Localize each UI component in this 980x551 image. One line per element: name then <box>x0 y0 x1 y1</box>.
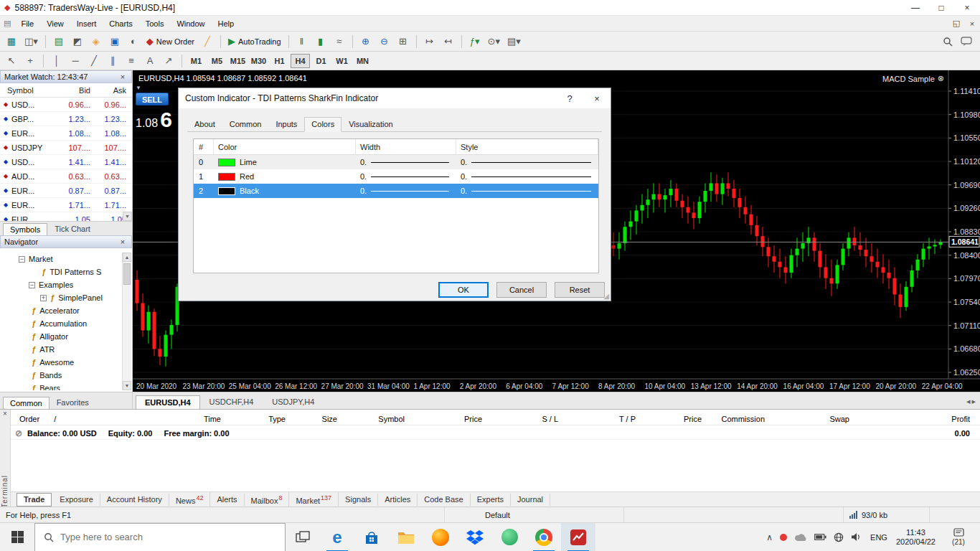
crosshair-button[interactable]: + <box>22 53 39 69</box>
volume-icon[interactable] <box>851 532 862 542</box>
sell-button[interactable]: SELL <box>136 93 169 105</box>
terminal-close-icon[interactable]: × <box>0 410 10 420</box>
taskbar-chrome[interactable] <box>527 523 561 551</box>
taskbar-file-explorer[interactable] <box>389 523 423 551</box>
tree-item-bears[interactable]: ƒBears <box>0 382 132 390</box>
reset-button[interactable]: Reset <box>555 282 605 298</box>
dialog-tab-about[interactable]: About <box>187 117 222 132</box>
tab-account-history[interactable]: Account History <box>100 494 169 506</box>
resize-grip[interactable]: ◢ <box>603 292 609 300</box>
tab-news[interactable]: News42 <box>169 492 211 507</box>
taskbar-store[interactable] <box>354 523 389 551</box>
dialog-title-bar[interactable]: Custom Indicator - TDI Patterns SharkFin… <box>179 88 611 108</box>
menu-tools[interactable]: Tools <box>139 17 171 30</box>
ok-button[interactable]: OK <box>438 282 489 298</box>
color-row-black-selected[interactable]: 2 Black 0. 0. <box>194 184 598 198</box>
minimize-button[interactable]: — <box>903 0 928 15</box>
line-chart-button[interactable]: ≈ <box>331 34 348 50</box>
terminal-toggle[interactable]: ▣ <box>106 34 123 50</box>
timeframe-w1[interactable]: W1 <box>332 54 352 68</box>
symbol-row[interactable]: ◆EUR...1.051.05 <box>0 212 132 221</box>
tray-cloud-icon[interactable] <box>794 533 807 542</box>
dialog-close-button[interactable]: × <box>583 88 611 108</box>
new-order-button[interactable]: ◆New Order <box>143 34 197 50</box>
column-sl[interactable]: S / L <box>489 415 565 423</box>
symbol-row[interactable]: ◆AUD...0.63...0.63... <box>0 169 132 184</box>
menu-window[interactable]: Window <box>170 17 211 30</box>
zoom-in-button[interactable]: ⊕ <box>357 34 374 50</box>
tab-experts[interactable]: Experts <box>471 494 511 506</box>
status-profile[interactable]: Default <box>445 507 624 522</box>
timeframe-m30[interactable]: M30 <box>249 54 268 68</box>
metaeditor-button[interactable]: ╱ <box>199 34 216 50</box>
candlestick-chart-button[interactable]: ▮ <box>312 34 329 50</box>
tab-journal[interactable]: Journal <box>511 494 550 506</box>
tree-item-tdi-patterns[interactable]: ƒTDI Patterns S <box>0 265 132 278</box>
child-restore-button[interactable]: ◱ <box>948 19 964 28</box>
tab-exposure[interactable]: Exposure <box>53 494 100 506</box>
menu-file[interactable]: File <box>14 17 40 30</box>
menu-view[interactable]: View <box>40 17 70 30</box>
tree-item-accumulation[interactable]: ƒAccumulation <box>0 317 132 330</box>
dialog-tab-colors[interactable]: Colors <box>304 117 341 132</box>
arrows-tool-button[interactable]: ↗ <box>160 53 177 69</box>
tab-mailbox[interactable]: Mailbox8 <box>245 492 290 507</box>
symbol-row[interactable]: ◆USD...0.96...0.96... <box>0 98 132 112</box>
cursor-button[interactable]: ↖ <box>3 53 20 69</box>
tree-item-simplepanel[interactable]: +ƒSimplePanel <box>0 291 132 304</box>
taskbar-firefox[interactable] <box>423 523 458 551</box>
tree-item-examples[interactable]: −Examples <box>0 278 132 291</box>
tab-code-base[interactable]: Code Base <box>418 494 470 506</box>
color-row-lime[interactable]: 0 Lime 0. 0. <box>194 155 598 169</box>
autotrading-toggle[interactable]: ▶AutoTrading <box>225 34 284 50</box>
tab-trade[interactable]: Trade <box>17 493 52 507</box>
taskbar-metatrader[interactable] <box>561 523 595 551</box>
market-watch-toggle[interactable]: ▤ <box>50 34 67 50</box>
tabs-scroll-left-icon[interactable]: ◂ <box>966 397 971 406</box>
dialog-tab-inputs[interactable]: Inputs <box>268 117 304 132</box>
timeframe-h1[interactable]: H1 <box>270 54 289 68</box>
tree-item-market[interactable]: −Market <box>0 253 132 265</box>
column-commission[interactable]: Commission <box>709 415 772 423</box>
tree-item-bands[interactable]: ƒBands <box>0 369 132 382</box>
network-icon[interactable] <box>834 532 844 542</box>
chart-shift-toggle[interactable]: ↤ <box>440 34 457 50</box>
tab-favorites[interactable]: Favorites <box>50 396 96 409</box>
timeframe-mn[interactable]: MN <box>353 54 372 68</box>
tray-app-badge-icon[interactable] <box>780 534 787 541</box>
symbol-row[interactable]: ◆EUR...1.71...1.71... <box>0 198 132 212</box>
channel-button[interactable]: ∥ <box>104 53 121 69</box>
timeframe-d1[interactable]: D1 <box>311 54 331 68</box>
tray-expand-icon[interactable]: ∧ <box>766 532 773 542</box>
tab-market[interactable]: Market137 <box>289 492 339 507</box>
ea-remove-icon[interactable]: ⊗ <box>938 74 944 83</box>
task-view-button[interactable] <box>286 523 320 551</box>
battery-icon[interactable] <box>814 534 826 540</box>
chart-profiles-button[interactable]: ◫▾ <box>22 34 41 50</box>
close-button[interactable]: × <box>954 0 980 15</box>
market-watch-close-icon[interactable]: × <box>118 72 128 81</box>
collapse-icon[interactable]: − <box>29 282 35 288</box>
navigator-close-icon[interactable]: × <box>118 237 128 246</box>
search-input[interactable] <box>60 532 247 542</box>
dialog-tab-common[interactable]: Common <box>222 117 269 132</box>
search-button[interactable] <box>939 34 956 50</box>
menu-insert[interactable]: Insert <box>70 17 103 30</box>
maximize-button[interactable]: □ <box>928 0 954 15</box>
expand-icon[interactable]: + <box>40 295 47 301</box>
column-price2[interactable]: Price <box>643 415 709 423</box>
timeframe-m15[interactable]: M15 <box>228 54 248 68</box>
taskbar-green-app[interactable] <box>492 523 527 551</box>
scroll-down-icon[interactable]: ▼ <box>123 212 132 221</box>
market-watch-caption[interactable]: Market Watch: 12:43:47 × <box>0 70 132 83</box>
taskbar-clock[interactable]: 11:43 2020/04/22 <box>896 528 936 547</box>
strategy-tester-toggle[interactable]: ◐ <box>125 34 142 50</box>
column-symbol[interactable]: Symbol <box>0 86 55 95</box>
column-tp[interactable]: T / P <box>565 415 643 423</box>
dialog-tab-visualization[interactable]: Visualization <box>341 117 400 132</box>
column-profit[interactable]: Profit <box>857 415 980 423</box>
column-price[interactable]: Price <box>412 415 489 423</box>
taskbar-search[interactable] <box>34 523 286 551</box>
tree-item-accelerator[interactable]: ƒAccelerator <box>0 304 132 317</box>
periods-button[interactable]: ⊙▾ <box>485 34 503 50</box>
